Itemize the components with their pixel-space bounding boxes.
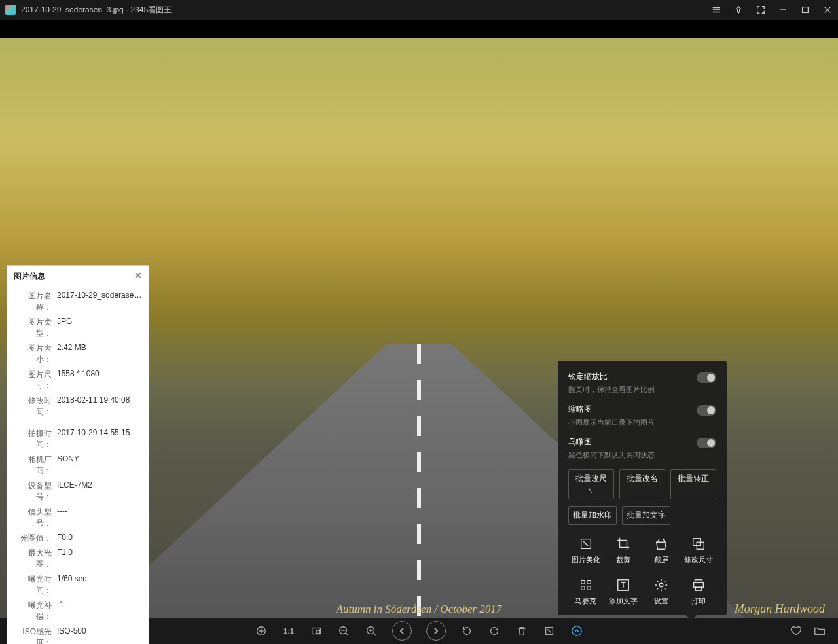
info-label: 图片尺寸： (14, 369, 52, 391)
next-image-button[interactable] (426, 621, 446, 641)
info-value: SONY (57, 454, 79, 476)
info-row: 曝光时间：1/60 sec (14, 572, 142, 598)
close-icon[interactable] (822, 5, 833, 15)
info-value: ---- (57, 507, 67, 529)
batch-rename-button[interactable]: 批量改名 (619, 469, 665, 499)
svg-point-20 (572, 626, 581, 635)
info-close-icon[interactable]: ✕ (134, 271, 142, 280)
tool-print[interactable]: 打印 (682, 573, 717, 611)
image-info-panel: 图片信息 ✕ 图片名称：2017-10-29_soderasen_3图片类型：J… (7, 265, 149, 644)
delete-icon[interactable] (515, 624, 528, 637)
info-row: 拍摄时间：2017-10-29 14:55:15 (14, 426, 142, 452)
titlebar: 2017-10-29_soderasen_3.jpg - 2345看图王 (0, 0, 838, 20)
maximize-icon[interactable] (800, 5, 811, 15)
info-label: 修改时间： (14, 395, 52, 418)
info-row: 相机厂商：SONY (14, 452, 142, 478)
info-label: 镜头型号： (14, 507, 52, 529)
title-filename: 2017-10-29_soderasen_3.jpg (21, 5, 124, 14)
info-label: 图片大小： (14, 343, 52, 365)
info-value: 2.42 MB (57, 343, 86, 365)
info-label: ISO感光度： (14, 626, 52, 644)
info-value: 2017-10-29_soderasen_3 (57, 291, 142, 313)
info-row: 图片名称：2017-10-29_soderasen_3 (14, 289, 142, 315)
info-row: 光圈值：F0.0 (14, 531, 142, 546)
tool-crop[interactable]: 裁剪 (606, 531, 642, 570)
image-caption: Autumn in Söderåsen / October 2017 (337, 603, 502, 616)
info-row: 图片类型：JPG (14, 315, 142, 341)
info-label: 设备型号： (14, 480, 52, 503)
window-controls (711, 5, 833, 15)
tool-settings[interactable]: 设置 (644, 573, 679, 611)
info-value: F0.0 (57, 533, 73, 544)
batch-text-button[interactable]: 批量加文字 (622, 506, 670, 525)
setting-thumbnail-sub: 小图展示当前目录下的图片 (568, 418, 716, 427)
tool-resize[interactable]: 修改尺寸 (682, 531, 717, 570)
svg-rect-0 (803, 7, 809, 13)
info-value: JPG (57, 317, 72, 339)
svg-point-9 (659, 583, 663, 587)
open-folder-icon[interactable] (813, 624, 826, 637)
info-value: ISO-500 (57, 626, 86, 644)
info-row: 图片尺寸：1558 * 1080 (14, 367, 142, 393)
image-signature: Morgan Hardwood (735, 602, 825, 616)
info-row: 曝光补偿：-1 (14, 598, 142, 624)
info-label: 曝光补偿： (14, 600, 52, 622)
zoom-out-icon[interactable] (337, 624, 350, 637)
menu-icon[interactable] (711, 5, 721, 15)
tool-screenshot[interactable]: 截屏 (644, 531, 679, 570)
setting-birdview: 鸟瞰图 黑色极简下默认为关闭状态 (568, 437, 716, 460)
info-value: ILCE-7M2 (57, 480, 92, 503)
setting-lock-zoom-sub: 翻页时，保持查看图片比例 (568, 385, 716, 395)
pin-icon[interactable] (733, 5, 744, 15)
settings-popup: 锁定缩放比 翻页时，保持查看图片比例 缩略图 小图展示当前目录下的图片 鸟瞰图 … (558, 361, 727, 615)
mini-window-icon[interactable] (310, 624, 323, 637)
info-panel-title: 图片信息 (14, 271, 45, 282)
window-title: 2017-10-29_soderasen_3.jpg - 2345看图王 (21, 5, 711, 16)
info-value: F1.0 (57, 548, 73, 570)
info-row: 最大光圈：F1.0 (14, 546, 142, 572)
info-row: ISO感光度：ISO-500 (14, 624, 142, 644)
info-value: 1/60 sec (57, 574, 86, 596)
tool-beautify[interactable]: 图片美化 (568, 531, 604, 570)
batch-rotate-button[interactable]: 批量转正 (670, 469, 716, 499)
setting-thumbnail-title: 缩略图 (568, 404, 716, 415)
rotate-right-icon[interactable] (488, 624, 501, 637)
batch-watermark-button[interactable]: 批量加水印 (568, 506, 617, 525)
rotate-left-icon[interactable] (460, 624, 473, 637)
info-row: 图片大小：2.42 MB (14, 341, 142, 367)
actual-size-icon[interactable]: 1:1 (282, 624, 295, 637)
info-row: 修改时间：2018-02-11 19:40:08 (14, 393, 142, 420)
info-value: 2017-10-29 14:55:15 (57, 428, 130, 450)
toggle-thumbnail[interactable] (697, 405, 716, 416)
fullscreen-icon[interactable] (756, 5, 766, 15)
setting-lock-zoom-title: 锁定缩放比 (568, 371, 716, 382)
zoom-in-icon[interactable] (365, 624, 378, 637)
info-label: 曝光时间： (14, 574, 52, 596)
minimize-icon[interactable] (778, 5, 788, 15)
setting-birdview-sub: 黑色极简下默认为关闭状态 (568, 450, 716, 460)
more-tools-icon[interactable] (570, 624, 583, 637)
info-row: 镜头型号：---- (14, 505, 142, 531)
info-value: 1558 * 1080 (57, 369, 100, 391)
favorite-icon[interactable] (790, 624, 803, 637)
prev-image-button[interactable] (392, 621, 412, 641)
tool-mosaic[interactable]: 马赛克 (568, 573, 604, 611)
svg-rect-6 (581, 586, 585, 590)
tool-addtext[interactable]: 添加文字 (606, 573, 642, 611)
info-label: 光圈值： (14, 533, 52, 544)
fit-window-icon[interactable] (255, 624, 268, 637)
setting-birdview-title: 鸟瞰图 (568, 437, 716, 448)
svg-rect-5 (587, 581, 591, 584)
info-label: 拍摄时间： (14, 428, 52, 450)
beautify-icon[interactable] (543, 624, 556, 637)
info-label: 最大光圈： (14, 548, 52, 570)
info-label: 图片类型： (14, 317, 52, 339)
toggle-birdview[interactable] (697, 438, 716, 448)
info-value: 2018-02-11 19:40:08 (57, 395, 130, 418)
svg-rect-10 (695, 580, 702, 583)
info-value: -1 (57, 600, 64, 622)
batch-resize-button[interactable]: 批量改尺寸 (568, 469, 614, 499)
toggle-lock-zoom[interactable] (697, 372, 716, 383)
svg-rect-16 (316, 630, 319, 634)
setting-thumbnail: 缩略图 小图展示当前目录下的图片 (568, 404, 716, 427)
